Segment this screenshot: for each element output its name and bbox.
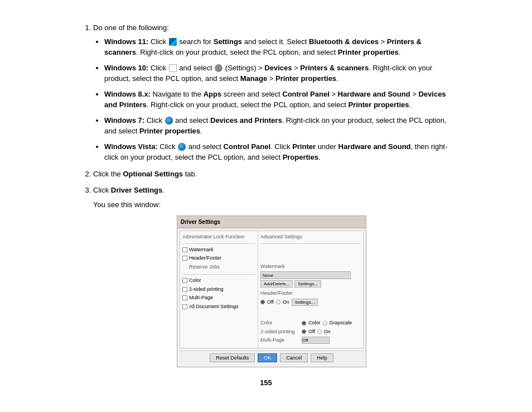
winvista-prop: Properties [283, 153, 318, 161]
win11-label: Windows 11: [104, 37, 148, 46]
main-steps-list: Do one of the following: Windows 11: Cli… [93, 22, 450, 367]
win7-prop: Printer properties [139, 127, 200, 135]
multipage-field-label: Multi-Page [260, 337, 299, 344]
win7-dp: Devices and Printers [210, 116, 282, 124]
checkbox-multipage-box [182, 295, 187, 300]
page-number: 155 [82, 379, 450, 387]
checkbox-multipage: Multi-Page [182, 294, 255, 302]
bullet-winvista: Windows Vista: Click and select Control … [104, 141, 450, 163]
step-1-intro: Do one of the following: [93, 23, 169, 32]
color-radio1-label: Color [308, 319, 321, 327]
multipage-value: Off [302, 337, 330, 344]
add-delete-button[interactable]: Add/Delete... [260, 280, 293, 288]
checkbox-header-box [182, 256, 187, 261]
color-radio2-label: Grayscale [330, 319, 352, 327]
win8-label: Windows 8.x: [104, 90, 151, 98]
twosided-radio2-label: On [324, 328, 331, 336]
reset-defaults-button[interactable]: Reset Defaults [210, 353, 255, 362]
winvista-cp: Control Panel [224, 142, 271, 151]
win8-cp: Control Panel [282, 90, 330, 98]
winvista-label: Windows Vista: [104, 142, 158, 151]
step-3-sub: You see this window: [93, 199, 450, 210]
winvista-icon [178, 143, 186, 151]
2sided-text: 2-sided printing [189, 286, 224, 294]
watermark-text: Watermark [189, 246, 214, 254]
bullet-win8: Windows 8.x: Navigate to the Apps screen… [104, 89, 450, 111]
bullets-list: Windows 11: Click search for Settings an… [104, 36, 450, 163]
watermark-value: None [260, 271, 351, 279]
checkbox-watermark: Watermark [182, 246, 255, 254]
twosided-radio1-label: Off [308, 328, 315, 336]
settings-button-2[interactable]: Settings... [292, 299, 318, 306]
checkbox-watermark-box [182, 247, 187, 252]
window-footer: Reset Defaults OK Cancel Help [180, 351, 364, 365]
help-button[interactable]: Help [311, 353, 333, 362]
win10-printers: Printers & scanners [300, 64, 369, 72]
window-right-panel: Advanced Settings Watermark None Add/Del… [258, 231, 363, 348]
bullet-win7: Windows 7: Click and select Devices and … [104, 115, 450, 137]
checkbox-header: Header/Footer [182, 255, 255, 262]
admin-lock-label: Administrator Lock Function [182, 233, 255, 241]
settings-icon [215, 64, 223, 72]
step-3-action: Driver Settings [111, 186, 162, 194]
header-footer-radios: Off On Settings... [260, 299, 361, 306]
win8-apps: Apps [204, 90, 222, 98]
checkbox-2sided: 2-sided printing [182, 286, 255, 294]
winvista-printer: Printer [292, 142, 316, 151]
radio-on-dot [276, 300, 280, 304]
checkbox-2sided-box [182, 287, 187, 292]
watermark-field-label: Watermark [260, 263, 361, 271]
twosided-field-label: 2-sided printing [260, 328, 299, 336]
header-text: Header/Footer [189, 255, 221, 262]
checkbox-color-box [182, 278, 187, 283]
adv-settings-label: Advanced Settings [260, 233, 361, 241]
win10-devices: Devices [264, 64, 292, 72]
twosided-radio1-dot [302, 329, 306, 334]
win10-manage: Manage [240, 74, 267, 83]
color-text: Color [189, 277, 201, 285]
color-field-label: Color [260, 319, 299, 327]
ok-button[interactable]: OK [258, 353, 277, 362]
win7-label: Windows 7: [104, 116, 144, 124]
step-2-tab: Optional Settings [123, 170, 183, 178]
winvista-hw: Hardware and Sound [338, 142, 411, 151]
step-3: Click Driver Settings. You see this wind… [93, 185, 450, 367]
window-titlebar: Driver Settings [177, 216, 366, 228]
window-left-panel: Administrator Lock Function Watermark He… [180, 231, 258, 348]
win10-prop: Printer properties [275, 74, 336, 83]
win10-icon [169, 64, 177, 72]
cancel-button[interactable]: Cancel [280, 353, 308, 362]
twosided-radio2-dot [317, 329, 322, 334]
radio-off-dot [260, 300, 265, 304]
bullet-win10: Windows 10: Click and select (Settings) … [104, 63, 450, 84]
step-1: Do one of the following: Windows 11: Cli… [93, 22, 450, 163]
radio-off-label: Off [267, 299, 274, 306]
header-footer-field-label: Header/Footer [260, 290, 361, 298]
multipage-field-row: Multi-Page Off [260, 337, 361, 344]
watermark-buttons: Add/Delete... Settings... [260, 280, 361, 288]
checkbox-alldoc: All Document Settings [182, 303, 255, 311]
checkbox-color: Color [182, 277, 255, 285]
driver-settings-window: Driver Settings Administrator Lock Funct… [177, 215, 366, 367]
win7-icon [165, 117, 173, 124]
alldoc-text: All Document Settings [189, 303, 239, 311]
reserve-jobs: Reserve Jobs [189, 264, 255, 271]
color-radio1-dot [302, 321, 306, 325]
multipage-text: Multi-Page [189, 294, 213, 302]
win8-hw: Hardware and Sound [338, 90, 410, 98]
step-2: Click the Optional Settings tab. [93, 169, 450, 180]
twosided-field-row: 2-sided printing Off On [260, 328, 361, 336]
win11-prop: Printer properties [338, 48, 399, 56]
settings-button-1[interactable]: Settings... [294, 280, 321, 288]
win11-settings: Settings [214, 37, 242, 46]
page-content: Do one of the following: Windows 11: Cli… [71, 0, 461, 398]
color-field-row: Color Color Grayscale [260, 319, 361, 327]
checkbox-alldoc-box [182, 304, 187, 309]
window-title: Driver Settings [181, 219, 220, 225]
bullet-win11: Windows 11: Click search for Settings an… [104, 36, 450, 58]
win10-label: Windows 10: [104, 64, 148, 72]
win11-bt: Bluetooth & devices [309, 37, 379, 46]
radio-on-label: On [283, 299, 289, 306]
color-radio2-dot [323, 321, 327, 325]
win11-icon [169, 38, 177, 46]
